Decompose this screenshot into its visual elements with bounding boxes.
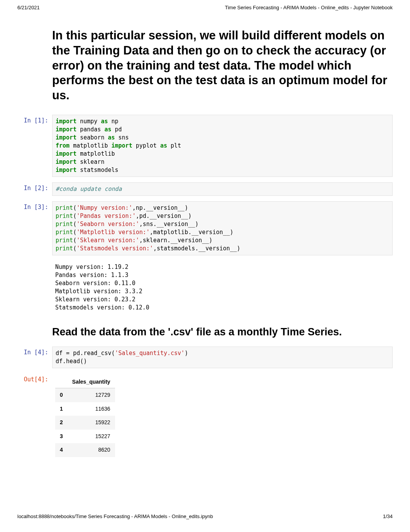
code-text: (: [73, 229, 76, 236]
code-text: (: [73, 245, 76, 252]
row-index: 0: [55, 388, 68, 402]
code-text: np: [108, 118, 118, 125]
dataframe-output-4: Sales_quantity 0 12729 1 11636 2 15922: [52, 374, 393, 460]
code-input-1: import numpy as np import pandas as pd i…: [52, 115, 393, 177]
row-value: 12729: [68, 388, 115, 402]
output-cell-4: Out[4]: Sales_quantity 0 12729 1: [17, 374, 393, 460]
code-text: statsmodels: [76, 167, 118, 173]
code-input-3: print('Numpy version:',np.__version__) p…: [52, 201, 393, 255]
table-header-row: Sales_quantity: [55, 376, 115, 388]
kw-as: as: [104, 126, 111, 133]
output-cell-3: Numpy version: 1.19.2 Pandas version: 1.…: [17, 261, 393, 314]
code-text: (: [73, 221, 76, 228]
builtin-print: print: [56, 229, 73, 236]
string: 'Pandas version:': [76, 212, 136, 219]
builtin-print: print: [56, 221, 73, 228]
code-text: ,statsmodels.__version__): [153, 245, 241, 252]
kw-import: import: [56, 150, 76, 157]
code-text: ,np.__version__): [132, 204, 188, 211]
builtin-print: print: [56, 237, 73, 244]
code-text: ,matplotlib.__version__): [150, 229, 234, 236]
row-index: 3: [55, 430, 68, 444]
stdout-output-3: Numpy version: 1.19.2 Pandas version: 1.…: [52, 261, 393, 314]
footer-url: localhost:8888/notebooks/Time Series For…: [17, 513, 213, 519]
kw-import: import: [56, 158, 76, 165]
in-label-1: In [1]:: [17, 115, 52, 177]
table-row: 3 15227: [55, 430, 115, 444]
code-text: (: [73, 212, 76, 219]
kw-import: import: [56, 118, 76, 125]
main-heading: In this particular session, we will buil…: [52, 28, 388, 103]
builtin-print: print: [56, 204, 73, 211]
page-header: 6/21/2021 Time Series Forecasting - ARIM…: [0, 0, 410, 13]
table-row: 1 11636: [55, 402, 115, 416]
code-input-2: #conda update conda: [52, 182, 393, 196]
code-input-4: df = pd.read_csv('Sales_quantity.csv') d…: [52, 347, 393, 368]
code-text: pd: [112, 126, 122, 133]
table-column-header: Sales_quantity: [68, 376, 115, 388]
notebook-content: In this particular session, we will buil…: [0, 28, 410, 459]
page-footer: localhost:8888/notebooks/Time Series For…: [0, 513, 410, 524]
dataframe-table: Sales_quantity 0 12729 1 11636 2 15922: [55, 376, 115, 457]
code-text: sns: [115, 134, 129, 141]
row-value: 11636: [68, 402, 115, 416]
code-cell-4: In [4]: df = pd.read_csv('Sales_quantity…: [17, 347, 393, 368]
string: 'Numpy version:': [76, 204, 132, 211]
code-text: df.head(): [56, 358, 87, 365]
main-heading-section: In this particular session, we will buil…: [52, 28, 388, 103]
code-text: df: [56, 350, 66, 357]
op-equals: =: [66, 350, 69, 357]
comment: #conda update conda: [56, 185, 122, 192]
code-text: ,sns.__version__): [139, 221, 199, 228]
out-label-4: Out[4]:: [17, 374, 52, 460]
code-cell-3: In [3]: print('Numpy version:',np.__vers…: [17, 201, 393, 255]
string: 'Matplotlib version:': [76, 229, 150, 236]
code-text: matplotlib: [69, 142, 111, 149]
code-text: ,sklearn.__version__): [139, 237, 213, 244]
kw-as: as: [160, 142, 167, 149]
code-text: ): [185, 350, 188, 357]
code-text: (: [73, 204, 76, 211]
string: 'Statsmodels version:': [76, 245, 153, 252]
row-index: 2: [55, 416, 68, 430]
table-row: 0 12729: [55, 388, 115, 402]
code-cell-1: In [1]: import numpy as np import pandas…: [17, 115, 393, 177]
footer-page: 1/34: [383, 513, 393, 519]
code-text: plt: [167, 142, 181, 149]
builtin-print: print: [56, 212, 73, 219]
kw-as: as: [108, 134, 115, 141]
empty-label: [17, 261, 52, 314]
h2-heading: Read the data from the '.csv' file as a …: [52, 326, 388, 339]
code-text: matplotlib: [76, 150, 115, 157]
table-row: 4 8620: [55, 443, 115, 457]
code-text: ,pd.__version__): [136, 212, 192, 219]
code-cell-2: In [2]: #conda update conda: [17, 182, 393, 196]
kw-import: import: [56, 126, 76, 133]
row-value: 15922: [68, 416, 115, 430]
code-text: seaborn: [76, 134, 108, 141]
builtin-print: print: [56, 245, 73, 252]
code-text: (: [73, 237, 76, 244]
code-text: pandas: [76, 126, 104, 133]
row-value: 8620: [68, 443, 115, 457]
kw-import: import: [56, 167, 76, 173]
string: 'Sklearn version:': [76, 237, 139, 244]
row-index: 1: [55, 402, 68, 416]
string: 'Sales_quantity.csv': [115, 350, 185, 357]
in-label-3: In [3]:: [17, 201, 52, 255]
code-text: pd.read_csv(: [69, 350, 115, 357]
in-label-4: In [4]:: [17, 347, 52, 368]
header-date: 6/21/2021: [17, 5, 40, 10]
row-index: 4: [55, 443, 68, 457]
row-value: 15227: [68, 430, 115, 444]
kw-import: import: [112, 142, 132, 149]
h2-section: Read the data from the '.csv' file as a …: [52, 326, 388, 339]
code-text: pyplot: [132, 142, 160, 149]
string: 'Seaborn version:': [76, 221, 139, 228]
code-text: sklearn: [76, 158, 104, 165]
in-label-2: In [2]:: [17, 182, 52, 196]
header-title: Time Series Forecasting - ARIMA Models -…: [225, 5, 393, 10]
code-text: numpy: [76, 118, 101, 125]
kw-import: import: [56, 134, 76, 141]
table-row: 2 15922: [55, 416, 115, 430]
